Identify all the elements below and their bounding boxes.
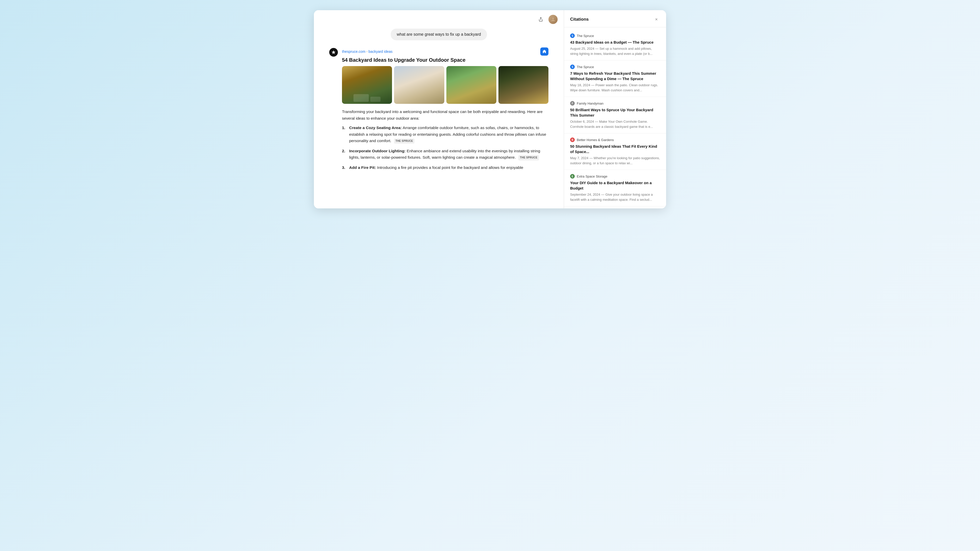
source-site: thespruce.com [342, 49, 366, 54]
citation-badge-1[interactable]: THE SPRUCE [394, 138, 414, 144]
list-num-1: 1. [342, 124, 348, 131]
user-avatar[interactable] [549, 15, 558, 24]
source-chevron: › [366, 50, 368, 53]
citation-title-4: 50 Stunning Backyard Ideas That Fit Ever… [570, 144, 660, 154]
response-intro-text: Transforming your backyard into a welcom… [342, 108, 549, 121]
list-heading-3: Add a Fire Pit: [349, 165, 376, 170]
main-chat-panel: what are some great ways to fix up a bac… [314, 10, 564, 208]
image-lantern [498, 66, 549, 104]
citation-source-name-1: The Spruce [577, 34, 594, 38]
citation-favicon-4: B [570, 138, 575, 142]
list-text-3: Introducing a fire pit provides a focal … [377, 165, 523, 170]
close-citations-button[interactable]: × [653, 16, 660, 23]
citation-snippet-1: August 25, 2024 — Set up a hammock and a… [570, 46, 660, 56]
list-body-2: Incorporate Outdoor Lighting: Enhance am… [349, 148, 549, 161]
user-message-row: what are some great ways to fix up a bac… [329, 29, 549, 40]
citation-item-5[interactable]: E Extra Space Storage Your DIY Guide to … [564, 170, 666, 206]
list-body-3: Add a Fire Pit: Introducing a fire pit p… [349, 164, 549, 171]
citation-source-name-3: Family Handyman [577, 102, 604, 105]
svg-point-1 [552, 17, 554, 19]
list-num-3: 3. [342, 164, 348, 171]
citation-source-row-4: B Better Homes & Gardens [570, 138, 660, 142]
citation-source-name-2: The Spruce [577, 65, 594, 69]
share-button[interactable] [536, 15, 546, 24]
citation-snippet-2: May 18, 2024 — Power wash the patio. Cle… [570, 83, 660, 93]
citation-favicon-1: S [570, 33, 575, 38]
citation-snippet-4: May 7, 2024 — Whether you're looking for… [570, 156, 660, 165]
citation-favicon-5: E [570, 174, 575, 179]
user-bubble: what are some great ways to fix up a bac… [391, 29, 487, 40]
image-grid [342, 66, 549, 104]
citation-source-name-4: Better Homes & Gardens [577, 138, 614, 142]
citation-favicon-3: F [570, 101, 575, 106]
list-item-2: 2. Incorporate Outdoor Lighting: Enhance… [342, 148, 549, 161]
citations-list: S The Spruce 43 Backyard Ideas on a Budg… [564, 27, 666, 208]
citation-item-1[interactable]: S The Spruce 43 Backyard Ideas on a Budg… [564, 29, 666, 60]
citation-snippet-5: September 24, 2024 — Give your outdoor l… [570, 192, 660, 202]
list-body-1: Create a Cozy Seating Area: Arrange comf… [349, 124, 549, 144]
citation-title-5: Your DIY Guide to a Backyard Makeover on… [570, 180, 660, 191]
source-link[interactable]: thespruce.com › backyard ideas [342, 49, 393, 54]
list-heading-2: Incorporate Outdoor Lighting: [349, 149, 406, 153]
list-item-1: 1. Create a Cozy Seating Area: Arrange c… [342, 124, 549, 144]
response-list: 1. Create a Cozy Seating Area: Arrange c… [342, 124, 549, 171]
citation-source-name-5: Extra Space Storage [577, 175, 608, 178]
image-curtain [394, 66, 444, 104]
citation-title-3: 50 Brilliant Ways to Spruce Up Your Back… [570, 107, 660, 118]
user-message-text: what are some great ways to fix up a bac… [397, 32, 481, 37]
citation-source-row-5: E Extra Space Storage [570, 174, 660, 179]
list-num-2: 2. [342, 148, 348, 154]
source-header: thespruce.com › backyard ideas [342, 48, 549, 56]
citation-badge-2[interactable]: THE SPRUCE [518, 155, 539, 160]
citation-source-row-2: S The Spruce [570, 65, 660, 69]
citation-item-4[interactable]: B Better Homes & Gardens 50 Stunning Bac… [564, 133, 666, 170]
ai-response: thespruce.com › backyard ideas 54 Backya… [329, 48, 549, 175]
list-heading-1: Create a Cozy Seating Area: [349, 125, 402, 130]
citation-favicon-2: S [570, 65, 575, 69]
citation-source-row-1: S The Spruce [570, 33, 660, 38]
source-path: backyard ideas [369, 49, 393, 54]
home-icon-button[interactable] [540, 48, 549, 56]
citations-title: Citations [570, 17, 589, 22]
citation-snippet-3: October 6, 2024 — Make Your Own Cornhole… [570, 119, 660, 129]
chat-area: what are some great ways to fix up a bac… [314, 26, 564, 208]
ai-avatar-icon [329, 48, 338, 57]
citation-item-2[interactable]: S The Spruce 7 Ways to Refresh Your Back… [564, 60, 666, 97]
citations-panel: Citations × S The Spruce 43 Backyard Ide… [564, 10, 666, 208]
citation-source-row-3: F Family Handyman [570, 101, 660, 106]
ai-response-title: 54 Backyard Ideas to Upgrade Your Outdoo… [342, 57, 549, 63]
list-item-3: 3. Add a Fire Pit: Introducing a fire pi… [342, 164, 549, 171]
ai-content: thespruce.com › backyard ideas 54 Backya… [342, 48, 549, 175]
image-deck [446, 66, 496, 104]
citation-title-2: 7 Ways to Refresh Your Backyard This Sum… [570, 71, 660, 81]
citations-header: Citations × [564, 10, 666, 27]
close-icon: × [655, 17, 658, 22]
top-bar [314, 10, 564, 26]
image-patio [342, 66, 392, 104]
citation-item-3[interactable]: F Family Handyman 50 Brilliant Ways to S… [564, 97, 666, 133]
citation-title-1: 43 Backyard Ideas on a Budget — The Spru… [570, 40, 660, 45]
